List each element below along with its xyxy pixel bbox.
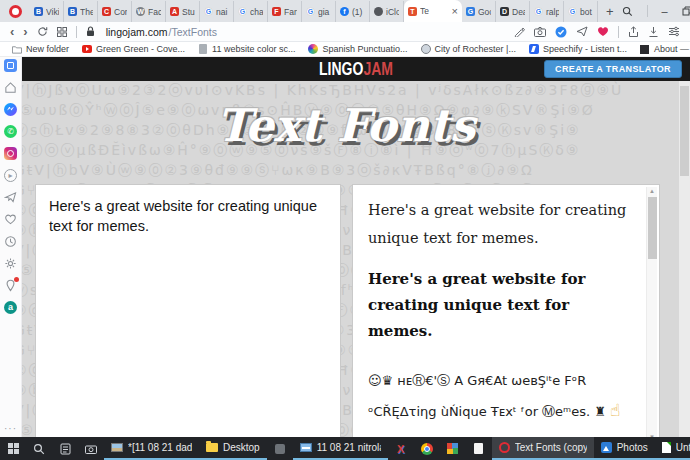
- color-grid-app-icon[interactable]: [440, 437, 466, 460]
- camera-app-icon[interactable]: [78, 437, 104, 460]
- window-restore-button[interactable]: [682, 6, 690, 16]
- taskbar-window-photos[interactable]: Photos: [594, 437, 655, 460]
- input-textarea[interactable]: Here's a great website for creating uniq…: [35, 184, 341, 437]
- bookmark-item[interactable]: Spanish Punctuatio...: [308, 44, 407, 54]
- page-scrollbar[interactable]: [679, 81, 690, 437]
- tab-favicon: F: [272, 7, 281, 16]
- browser-tab[interactable]: WFac: [132, 1, 166, 22]
- tab-close-icon[interactable]: ×: [451, 6, 458, 17]
- vpn-badge-icon[interactable]: [555, 26, 567, 38]
- chrome-icon[interactable]: [414, 437, 440, 460]
- taskbar-window-nitrolab[interactable]: 11 08 21 nitrolab...: [293, 437, 388, 460]
- back-icon[interactable]: ‹: [10, 25, 14, 38]
- url-text[interactable]: lingojam.com/TextFonts: [106, 26, 217, 38]
- browser-tab[interactable]: GGoo: [462, 1, 496, 22]
- tab-search-icon[interactable]: [622, 6, 633, 17]
- bookmark-item[interactable]: Green Green - Cove...: [82, 44, 185, 54]
- home-icon[interactable]: [4, 80, 18, 94]
- tab-label: Stu: [182, 7, 195, 17]
- sidebar-more-icon[interactable]: ···: [4, 423, 17, 434]
- window-minimize-button[interactable]: –: [662, 6, 668, 17]
- browser-tab[interactable]: FFan: [268, 1, 302, 22]
- tab-label: Dea: [512, 7, 525, 17]
- whatsapp-icon[interactable]: ✆: [4, 124, 18, 138]
- tab-label: nai: [216, 7, 229, 17]
- output-scrollbar[interactable]: ▲ ▼: [646, 187, 657, 437]
- bookmark-item[interactable]: About — Matthew'...: [640, 44, 690, 54]
- bookmark-item[interactable]: Speechify - Listen t...: [529, 44, 627, 54]
- messenger-icon[interactable]: [4, 102, 18, 116]
- instagram-icon[interactable]: [4, 146, 18, 160]
- output-panel[interactable]: Here's a great website for creating uniq…: [352, 184, 660, 437]
- bookmark-label: 11 website color sc...: [212, 44, 295, 54]
- browser-tab[interactable]: f(1): [336, 1, 370, 22]
- tab-label: cha: [250, 7, 263, 17]
- player-icon[interactable]: ▸: [4, 168, 18, 182]
- bookmarks-heart-icon[interactable]: [4, 212, 18, 226]
- browser-tab[interactable]: Gcha: [234, 1, 268, 22]
- bookmark-item[interactable]: 11 website color sc...: [198, 44, 295, 54]
- taskbar-window-daddy[interactable]: *[11 08 21 daddy...: [104, 437, 199, 460]
- start-button[interactable]: [0, 437, 26, 460]
- browser-tab[interactable]: BViki: [30, 1, 64, 22]
- browser-tab[interactable]: Ggia: [302, 1, 336, 22]
- tab-favicon: B: [34, 7, 43, 16]
- task-view-icon[interactable]: [52, 437, 78, 460]
- speed-dial-icon[interactable]: [57, 27, 67, 37]
- taskbar-search-icon[interactable]: [26, 437, 52, 460]
- pinboard-icon[interactable]: [4, 278, 18, 292]
- browser-tab[interactable]: AStu: [166, 1, 200, 22]
- scrollbar-thumb[interactable]: [648, 197, 657, 259]
- browser-tab-active[interactable]: T Te ×: [404, 0, 462, 22]
- opera-menu-icon[interactable]: [9, 5, 22, 18]
- bookmark-label: New folder: [26, 44, 69, 54]
- favorites-heart-icon[interactable]: [597, 26, 609, 37]
- create-translator-button[interactable]: CREATE A TRANSLATOR: [544, 60, 682, 78]
- browser-tab[interactable]: DDea: [496, 1, 530, 22]
- tab-label: Viki: [46, 7, 59, 17]
- history-icon[interactable]: [4, 234, 18, 248]
- tab-favicon: G: [534, 7, 543, 16]
- taskbar-window-libreoffice[interactable]: Untitled 1 - Libre...: [655, 437, 690, 460]
- cube-icon: [640, 44, 650, 54]
- bookmark-item[interactable]: New folder: [12, 44, 69, 54]
- lock-icon[interactable]: [86, 26, 95, 37]
- browser-tab[interactable]: iClo: [370, 1, 404, 22]
- browser-tab[interactable]: Gbot: [564, 1, 598, 22]
- lingojam-logo[interactable]: LINGOJAM: [319, 59, 393, 80]
- compose-icon[interactable]: [514, 26, 525, 37]
- bookmark-label: Speechify - Listen t...: [543, 44, 627, 54]
- x-app-icon[interactable]: X: [388, 437, 414, 460]
- taskbar-window-textfonts[interactable]: Text Fonts (copy...: [492, 437, 594, 460]
- taskbar-window-desktop[interactable]: Desktop: [199, 437, 267, 460]
- settings-gear-icon[interactable]: [4, 256, 18, 270]
- tab-favicon: B: [68, 7, 77, 16]
- reload-icon[interactable]: [37, 26, 48, 37]
- send-to-flow-icon[interactable]: [576, 26, 588, 37]
- workspace-icon[interactable]: [4, 58, 18, 72]
- folder-icon: [12, 44, 22, 54]
- url-host: lingojam.com: [106, 26, 168, 38]
- share-icon[interactable]: [628, 26, 639, 38]
- forward-icon[interactable]: ›: [23, 25, 27, 38]
- download-icon[interactable]: [648, 26, 659, 38]
- tune-panel-icon[interactable]: [668, 26, 680, 37]
- tab-favicon: G: [466, 7, 475, 16]
- bookmark-item[interactable]: City of Rochester |...: [421, 44, 516, 54]
- explorer-window-icon: [300, 443, 312, 452]
- output-fraktur-bold: Here's a great website for creating uniq…: [368, 266, 631, 345]
- pinned-app-icon[interactable]: [267, 437, 293, 460]
- tab-favicon: D: [500, 7, 509, 16]
- new-tab-button[interactable]: +: [606, 4, 614, 19]
- browser-tab[interactable]: CCon: [98, 1, 132, 22]
- snapshot-camera-icon[interactable]: [534, 27, 546, 37]
- extension-a-icon[interactable]: a: [4, 300, 18, 314]
- browser-tab[interactable]: BThe: [64, 1, 98, 22]
- divider: [76, 26, 77, 38]
- telegram-icon[interactable]: [4, 190, 18, 204]
- page-scrollbar-thumb[interactable]: [680, 86, 689, 176]
- browser-tab[interactable]: Gralp: [530, 1, 564, 22]
- notepad-icon[interactable]: [466, 437, 492, 460]
- browser-tab[interactable]: Gnai: [200, 1, 234, 22]
- scroll-up-icon[interactable]: ▲: [649, 187, 655, 195]
